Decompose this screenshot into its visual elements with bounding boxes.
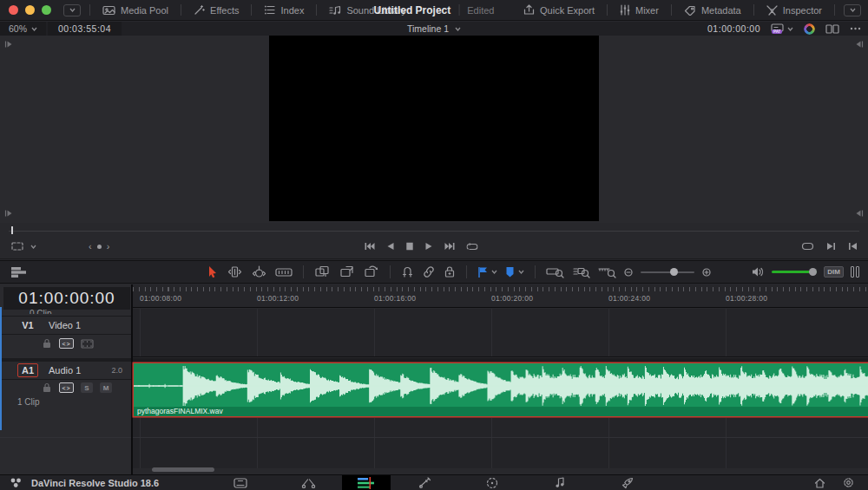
match-frame-icon[interactable] bbox=[801, 242, 814, 251]
volume-knob[interactable] bbox=[809, 268, 817, 276]
play-button[interactable] bbox=[425, 242, 433, 251]
flag-button[interactable] bbox=[477, 266, 497, 278]
region-select-icon[interactable] bbox=[10, 241, 24, 252]
page-media[interactable] bbox=[207, 475, 274, 490]
effects-button[interactable]: Effects bbox=[181, 0, 251, 20]
settings-gear-icon[interactable] bbox=[843, 477, 854, 488]
play-reverse-button[interactable] bbox=[387, 242, 395, 251]
speaker-icon[interactable] bbox=[752, 266, 765, 278]
nav-next-icon[interactable]: › bbox=[107, 241, 110, 252]
mixer-button[interactable]: Mixer bbox=[608, 0, 671, 20]
auto-select-icon[interactable]: <> bbox=[59, 382, 74, 393]
timeline-timecode[interactable]: 01:00:00:00 bbox=[707, 23, 760, 34]
marker-button[interactable] bbox=[505, 266, 524, 278]
zoom-slider-knob[interactable] bbox=[670, 268, 678, 276]
dual-viewer-icon[interactable] bbox=[825, 24, 839, 34]
replace-clip-icon[interactable] bbox=[363, 265, 379, 278]
video-track-lane[interactable] bbox=[133, 309, 868, 357]
jump-prev-edit-icon[interactable] bbox=[4, 40, 13, 49]
video-track-name[interactable]: Video 1 bbox=[49, 320, 81, 330]
panel-collapse-right-button[interactable] bbox=[844, 4, 861, 16]
go-to-end-button[interactable] bbox=[444, 242, 456, 251]
dynamic-trim-mode-icon[interactable] bbox=[251, 265, 267, 278]
audio-clip[interactable]: pythagorasFINALMIX.wav bbox=[133, 363, 868, 417]
custom-zoom-icon[interactable] bbox=[598, 266, 616, 278]
output-monitor-button[interactable]: PAT bbox=[771, 23, 793, 34]
minimize-window-button[interactable] bbox=[25, 5, 35, 15]
timeline-ruler[interactable]: 01:00:08:0001:00:12:0001:00:16:0001:00:2… bbox=[133, 284, 868, 308]
mixer-toggle-icon[interactable] bbox=[851, 266, 859, 278]
viewer-zoom-select[interactable]: 60% bbox=[0, 22, 46, 36]
metadata-button[interactable]: Metadata bbox=[672, 0, 753, 20]
snapping-icon[interactable] bbox=[401, 265, 414, 278]
scrub-playhead[interactable] bbox=[11, 226, 13, 234]
dim-button[interactable]: DIM bbox=[824, 266, 844, 278]
page-color[interactable] bbox=[458, 475, 526, 490]
razor-tool-icon[interactable] bbox=[275, 266, 293, 278]
jump-prev-edit-icon[interactable] bbox=[4, 209, 13, 218]
position-lock-icon[interactable] bbox=[444, 265, 456, 278]
filmstrip-view-icon[interactable] bbox=[81, 339, 94, 349]
insert-clip-icon[interactable] bbox=[314, 265, 331, 278]
full-extent-zoom-icon[interactable] bbox=[546, 266, 564, 278]
timeline-panel: 01:00:00:00 0 Clip V1 Video 1 <> A1 Audi… bbox=[0, 284, 868, 474]
quick-export-button[interactable]: Quick Export bbox=[511, 0, 607, 20]
selection-tool-icon[interactable] bbox=[206, 265, 219, 279]
page-tabs bbox=[207, 475, 661, 490]
clip-timecode[interactable]: 00:03:55:04 bbox=[48, 22, 122, 36]
empty-lane[interactable] bbox=[133, 438, 868, 468]
trim-edit-mode-icon[interactable] bbox=[227, 265, 243, 278]
solo-button[interactable]: S bbox=[81, 382, 93, 393]
audio-track-lane[interactable]: pythagorasFINALMIX.wav bbox=[133, 362, 868, 418]
video-track-id[interactable]: V1 bbox=[17, 320, 38, 330]
stop-button[interactable] bbox=[406, 242, 414, 251]
page-cut[interactable] bbox=[274, 475, 342, 490]
page-deliver[interactable] bbox=[594, 475, 661, 490]
loop-playback-button[interactable] bbox=[467, 242, 478, 252]
chevron-down-icon[interactable] bbox=[30, 245, 36, 249]
timeline-view-options[interactable] bbox=[10, 261, 27, 283]
page-edit[interactable] bbox=[342, 475, 391, 490]
mute-button[interactable]: M bbox=[100, 382, 112, 393]
zoom-in-button[interactable] bbox=[702, 268, 711, 277]
color-management-icon[interactable] bbox=[804, 23, 815, 35]
timeline-lanes[interactable]: 01:00:08:0001:00:12:0001:00:16:0001:00:2… bbox=[133, 284, 868, 474]
zoom-slider[interactable] bbox=[641, 271, 694, 273]
jump-next-edit-icon[interactable] bbox=[855, 209, 864, 218]
viewer-options-icon[interactable] bbox=[850, 27, 861, 30]
prev-frame-icon[interactable] bbox=[848, 242, 858, 251]
lock-track-icon[interactable] bbox=[42, 338, 52, 349]
go-to-start-button[interactable] bbox=[365, 242, 376, 251]
jump-next-edit-icon[interactable] bbox=[855, 40, 864, 49]
auto-select-icon[interactable]: <> bbox=[59, 338, 74, 349]
deliver-page-icon bbox=[621, 477, 634, 489]
detail-zoom-icon[interactable] bbox=[572, 266, 590, 278]
play-around-icon[interactable] bbox=[826, 242, 836, 251]
overwrite-clip-icon[interactable] bbox=[339, 265, 355, 278]
audio-track-name[interactable]: Audio 1 bbox=[49, 365, 81, 376]
empty-lane[interactable] bbox=[133, 418, 868, 438]
home-icon[interactable] bbox=[814, 478, 825, 488]
viewer-scrub-bar[interactable] bbox=[0, 223, 868, 234]
panel-collapse-button[interactable] bbox=[63, 4, 81, 16]
timeline-horizontal-scrollbar[interactable] bbox=[152, 467, 214, 472]
volume-slider[interactable] bbox=[772, 271, 817, 273]
nav-current-icon[interactable] bbox=[97, 245, 102, 249]
scrub-track[interactable] bbox=[9, 231, 859, 232]
inspector-button[interactable]: Inspector bbox=[754, 0, 834, 20]
timeline-selector[interactable]: Timeline 1 bbox=[407, 23, 461, 34]
zoom-out-button[interactable] bbox=[624, 268, 633, 277]
page-fusion[interactable] bbox=[391, 475, 458, 490]
lock-track-icon[interactable] bbox=[42, 382, 52, 393]
media-pool-button[interactable]: Media Pool bbox=[90, 0, 181, 20]
nav-prev-icon[interactable]: ‹ bbox=[89, 241, 92, 252]
index-button[interactable]: Index bbox=[252, 0, 316, 20]
linked-selection-icon[interactable] bbox=[422, 265, 436, 278]
close-window-button[interactable] bbox=[9, 5, 18, 15]
timeline-playhead-timecode[interactable]: 01:00:00:00 bbox=[3, 287, 130, 310]
audio-track-header[interactable]: A1 Audio 1 2.0 bbox=[0, 363, 131, 378]
zoom-window-button[interactable] bbox=[42, 5, 51, 15]
audio-track-id[interactable]: A1 bbox=[17, 363, 38, 377]
video-track-header[interactable]: V1 Video 1 bbox=[0, 317, 131, 333]
page-fairlight[interactable] bbox=[526, 475, 594, 490]
